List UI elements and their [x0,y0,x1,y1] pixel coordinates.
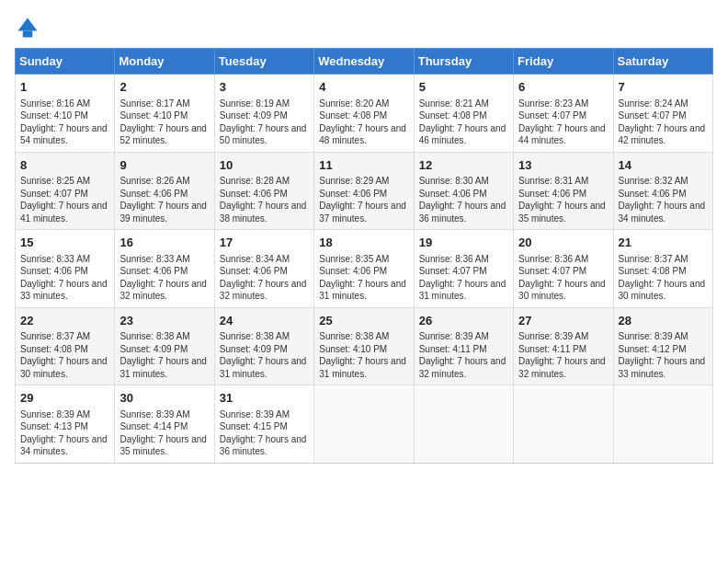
day-number: 8 [20,157,109,174]
sunset: Sunset: 4:06 PM [319,266,387,276]
day-header-saturday: Saturday [613,49,712,75]
day-number: 26 [419,313,508,329]
day-number: 12 [419,157,508,174]
week-row: 22 Sunrise: 8:37 AM Sunset: 4:08 PM Dayl… [16,307,713,385]
sunrise: Sunrise: 8:34 AM [220,254,290,264]
sunrise: Sunrise: 8:31 AM [518,176,588,186]
daylight: Daylight: 7 hours and 35 minutes. [119,434,207,457]
day-header-friday: Friday [514,49,613,75]
sunset: Sunset: 4:06 PM [518,189,586,199]
sunset: Sunset: 4:08 PM [619,266,687,276]
week-row: 8 Sunrise: 8:25 AM Sunset: 4:07 PM Dayli… [16,152,713,230]
daylight: Daylight: 7 hours and 32 minutes. [419,356,506,379]
day-number: 13 [518,157,608,174]
day-number: 22 [20,313,109,329]
logo-icon [15,15,40,40]
sunrise: Sunrise: 8:26 AM [119,176,189,186]
sunrise: Sunrise: 8:29 AM [319,176,389,186]
daylight: Daylight: 7 hours and 31 minutes. [319,356,406,379]
day-header-monday: Monday [115,49,214,75]
calendar-cell: 24 Sunrise: 8:38 AM Sunset: 4:09 PM Dayl… [214,307,313,385]
svg-rect-2 [23,31,33,38]
day-number: 28 [619,313,708,329]
day-header-sunday: Sunday [16,49,115,75]
daylight: Daylight: 7 hours and 54 minutes. [20,123,108,146]
sunset: Sunset: 4:14 PM [119,421,188,431]
daylight: Daylight: 7 hours and 41 minutes. [20,201,108,224]
sunset: Sunset: 4:09 PM [220,110,288,121]
sunrise: Sunrise: 8:38 AM [319,331,389,341]
week-row: 1 Sunrise: 8:16 AM Sunset: 4:10 PM Dayli… [16,75,713,153]
day-number: 7 [619,79,708,96]
calendar-cell: 20 Sunrise: 8:36 AM Sunset: 4:07 PM Dayl… [514,230,613,308]
calendar-cell: 2 Sunrise: 8:17 AM Sunset: 4:10 PM Dayli… [115,75,214,153]
calendar-cell: 8 Sunrise: 8:25 AM Sunset: 4:07 PM Dayli… [16,152,115,230]
calendar-cell: 13 Sunrise: 8:31 AM Sunset: 4:06 PM Dayl… [514,152,613,230]
header-row: SundayMondayTuesdayWednesdayThursdayFrid… [16,49,713,75]
sunset: Sunset: 4:08 PM [319,110,387,121]
sunset: Sunset: 4:07 PM [419,266,487,276]
calendar-cell: 22 Sunrise: 8:37 AM Sunset: 4:08 PM Dayl… [16,307,115,385]
daylight: Daylight: 7 hours and 32 minutes. [220,279,307,302]
calendar-cell: 27 Sunrise: 8:39 AM Sunset: 4:11 PM Dayl… [514,307,613,385]
daylight: Daylight: 7 hours and 34 minutes. [20,434,108,457]
sunrise: Sunrise: 8:39 AM [20,409,90,419]
calendar-cell: 21 Sunrise: 8:37 AM Sunset: 4:08 PM Dayl… [613,230,712,308]
calendar-cell: 14 Sunrise: 8:32 AM Sunset: 4:06 PM Dayl… [613,152,712,230]
calendar-cell [414,385,513,464]
sunrise: Sunrise: 8:24 AM [619,98,688,109]
day-number: 1 [20,79,109,96]
logo [15,15,44,40]
day-number: 17 [220,235,309,251]
sunrise: Sunrise: 8:39 AM [619,331,688,341]
calendar-cell [514,385,613,464]
day-number: 3 [220,79,309,96]
sunset: Sunset: 4:06 PM [20,266,88,276]
day-number: 27 [518,313,608,329]
sunset: Sunset: 4:09 PM [119,344,188,354]
day-number: 21 [619,235,708,251]
day-number: 23 [119,313,209,329]
sunset: Sunset: 4:08 PM [20,344,88,354]
sunrise: Sunrise: 8:21 AM [419,98,489,109]
sunrise: Sunrise: 8:33 AM [119,254,189,264]
day-number: 5 [419,79,508,96]
calendar-cell: 28 Sunrise: 8:39 AM Sunset: 4:12 PM Dayl… [613,307,712,385]
calendar-cell: 12 Sunrise: 8:30 AM Sunset: 4:06 PM Dayl… [414,152,513,230]
daylight: Daylight: 7 hours and 44 minutes. [518,123,606,146]
day-number: 9 [119,157,209,174]
day-number: 2 [119,79,209,96]
sunrise: Sunrise: 8:39 AM [419,331,489,341]
day-number: 14 [619,157,708,174]
calendar-cell: 25 Sunrise: 8:38 AM Sunset: 4:10 PM Dayl… [314,307,414,385]
sunset: Sunset: 4:10 PM [20,110,88,121]
sunrise: Sunrise: 8:20 AM [319,98,389,109]
day-number: 4 [319,79,408,96]
calendar-cell: 7 Sunrise: 8:24 AM Sunset: 4:07 PM Dayli… [613,75,712,153]
daylight: Daylight: 7 hours and 39 minutes. [119,201,207,224]
sunrise: Sunrise: 8:38 AM [119,331,189,341]
sunrise: Sunrise: 8:33 AM [20,254,90,264]
calendar: SundayMondayTuesdayWednesdayThursdayFrid… [15,48,713,464]
calendar-cell: 4 Sunrise: 8:20 AM Sunset: 4:08 PM Dayli… [314,75,414,153]
day-number: 6 [518,79,608,96]
calendar-cell: 6 Sunrise: 8:23 AM Sunset: 4:07 PM Dayli… [514,75,613,153]
calendar-cell: 5 Sunrise: 8:21 AM Sunset: 4:08 PM Dayli… [414,75,513,153]
sunset: Sunset: 4:06 PM [220,266,288,276]
daylight: Daylight: 7 hours and 32 minutes. [518,356,606,379]
daylight: Daylight: 7 hours and 33 minutes. [20,279,108,302]
sunset: Sunset: 4:07 PM [518,266,586,276]
daylight: Daylight: 7 hours and 34 minutes. [619,201,706,224]
sunset: Sunset: 4:13 PM [20,421,88,431]
calendar-cell [314,385,414,464]
daylight: Daylight: 7 hours and 42 minutes. [619,123,706,146]
daylight: Daylight: 7 hours and 30 minutes. [619,279,706,302]
sunset: Sunset: 4:06 PM [220,189,288,199]
daylight: Daylight: 7 hours and 31 minutes. [319,279,406,302]
calendar-cell: 16 Sunrise: 8:33 AM Sunset: 4:06 PM Dayl… [115,230,214,308]
sunrise: Sunrise: 8:17 AM [119,98,189,109]
calendar-cell: 29 Sunrise: 8:39 AM Sunset: 4:13 PM Dayl… [16,385,115,464]
sunset: Sunset: 4:09 PM [220,344,288,354]
daylight: Daylight: 7 hours and 30 minutes. [20,356,108,379]
day-number: 19 [419,235,508,251]
